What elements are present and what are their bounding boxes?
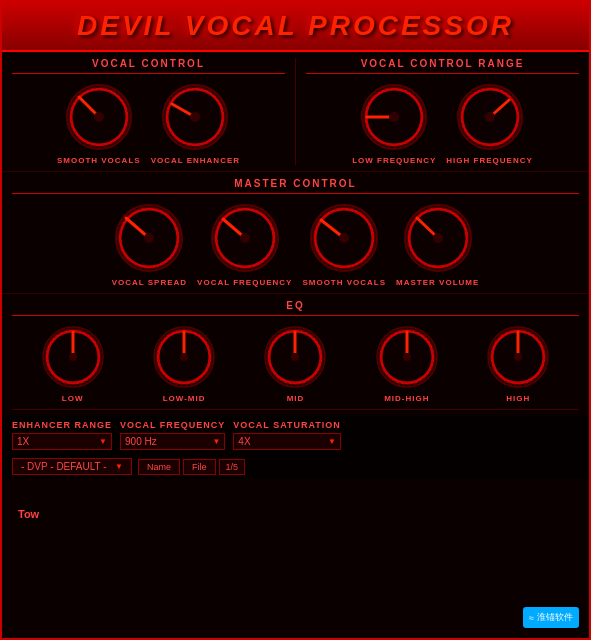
high-frequency-group: HIGH FREQUENCY xyxy=(446,82,532,165)
vocal-frequency-mc-label: VOCAL FREQUENCY xyxy=(197,278,292,287)
vocal-spread-label: VOCAL SPREAD xyxy=(112,278,187,287)
svg-point-4 xyxy=(94,112,104,122)
svg-point-29 xyxy=(240,233,250,243)
vocal-saturation-value: 4X xyxy=(238,436,250,447)
vocal-frequency-value: 900 Hz xyxy=(125,436,157,447)
eq-mid-knob[interactable] xyxy=(262,324,328,390)
master-volume-knob[interactable] xyxy=(402,202,474,274)
top-sections: VOCAL CONTROL SMOOTH VOCALS xyxy=(2,52,589,165)
svg-point-24 xyxy=(144,233,154,243)
enhancer-range-label: ENHANCER RANGE xyxy=(12,420,112,430)
eq-knobs-row: LOW LOW-MID xyxy=(12,324,579,403)
smooth-vocals-1-group: SMOOTH VOCALS xyxy=(57,82,141,165)
eq-mid-high-knob[interactable] xyxy=(374,324,440,390)
high-frequency-label: HIGH FREQUENCY xyxy=(446,156,532,165)
master-volume-group: MASTER VOLUME xyxy=(396,202,479,287)
vocal-control-knobs: SMOOTH VOCALS VOCAL ENHANCER xyxy=(12,82,285,165)
vocal-spread-knob[interactable] xyxy=(113,202,185,274)
vocal-enhancer-label: VOCAL ENHANCER xyxy=(151,156,240,165)
title-bar: DEVIL VOCAL PROCESSOR xyxy=(2,2,589,52)
watermark: ≈ 淮锚软件 xyxy=(523,607,579,628)
eq-low-label: LOW xyxy=(62,394,84,403)
eq-high-group: HIGH xyxy=(485,324,551,403)
master-volume-label: MASTER VOLUME xyxy=(396,278,479,287)
svg-point-14 xyxy=(389,112,399,122)
preset-dropdown[interactable]: - DVP - DEFAULT - ▼ xyxy=(12,458,132,475)
svg-point-49 xyxy=(180,353,188,361)
enhancer-range-arrow: ▼ xyxy=(99,437,107,446)
svg-point-44 xyxy=(69,353,77,361)
vocal-frequency-bottom-group: VOCAL FREQUENCY 900 Hz ▼ xyxy=(120,420,225,450)
smooth-vocals-2-knob[interactable] xyxy=(308,202,380,274)
master-control-label: MASTER CONTROL xyxy=(12,178,579,189)
eq-mid-label: MID xyxy=(287,394,305,403)
preset-buttons: Name File 1/5 xyxy=(138,459,245,475)
eq-high-knob[interactable] xyxy=(485,324,551,390)
low-frequency-knob[interactable] xyxy=(359,82,429,152)
master-control-knobs: VOCAL SPREAD VOCAL FREQUENCY xyxy=(12,202,579,287)
eq-mid-group: MID xyxy=(262,324,328,403)
eq-low-knob[interactable] xyxy=(40,324,106,390)
watermark-text: 淮锚软件 xyxy=(537,611,573,624)
eq-mid-high-label: MID-HIGH xyxy=(384,394,429,403)
eq-low-group: LOW xyxy=(40,324,106,403)
eq-low-mid-knob[interactable] xyxy=(151,324,217,390)
vocal-frequency-mc-group: VOCAL FREQUENCY xyxy=(197,202,292,287)
low-frequency-group: LOW FREQUENCY xyxy=(352,82,436,165)
svg-point-9 xyxy=(190,112,200,122)
smooth-vocals-2-group: SMOOTH VOCALS xyxy=(302,202,386,287)
vocal-control-section: VOCAL CONTROL SMOOTH VOCALS xyxy=(12,58,296,165)
bottom-controls: ENHANCER RANGE 1X ▼ VOCAL FREQUENCY 900 … xyxy=(2,416,589,454)
preset-name-button[interactable]: Name xyxy=(138,459,180,475)
vocal-control-label: VOCAL CONTROL xyxy=(12,58,285,69)
high-frequency-knob[interactable] xyxy=(455,82,525,152)
vocal-saturation-dropdown[interactable]: 4X ▼ xyxy=(233,433,341,450)
master-control-section: MASTER CONTROL VOCAL SPREAD xyxy=(2,171,589,287)
eq-low-mid-label: LOW-MID xyxy=(163,394,206,403)
smooth-vocals-2-label: SMOOTH VOCALS xyxy=(302,278,386,287)
vocal-saturation-label: VOCAL SATURATION xyxy=(233,420,341,430)
svg-point-39 xyxy=(433,233,443,243)
eq-label: EQ xyxy=(12,300,579,311)
svg-point-19 xyxy=(485,112,495,122)
watermark-symbol: ≈ xyxy=(529,613,534,623)
eq-low-mid-group: LOW-MID xyxy=(151,324,217,403)
low-frequency-label: LOW FREQUENCY xyxy=(352,156,436,165)
svg-point-59 xyxy=(403,353,411,361)
vocal-frequency-bottom-label: VOCAL FREQUENCY xyxy=(120,420,225,430)
vocal-control-range-label: VOCAL CONTROL RANGE xyxy=(306,58,579,69)
smooth-vocals-1-knob[interactable] xyxy=(64,82,134,152)
vocal-frequency-dropdown[interactable]: 900 Hz ▼ xyxy=(120,433,225,450)
smooth-vocals-1-label: SMOOTH VOCALS xyxy=(57,156,141,165)
tow-label: Tow xyxy=(18,508,39,520)
plugin-container: DEVIL VOCAL PROCESSOR VOCAL CONTROL xyxy=(0,0,591,640)
vocal-saturation-arrow: ▼ xyxy=(328,437,336,446)
enhancer-range-group: ENHANCER RANGE 1X ▼ xyxy=(12,420,112,450)
preset-arrow: ▼ xyxy=(115,462,123,471)
eq-section: EQ LOW xyxy=(2,293,589,403)
vocal-enhancer-knob[interactable] xyxy=(160,82,230,152)
vocal-frequency-arrow: ▼ xyxy=(212,437,220,446)
svg-point-34 xyxy=(339,233,349,243)
vocal-control-range-knobs: LOW FREQUENCY HIGH FREQUENCY xyxy=(306,82,579,165)
eq-high-label: HIGH xyxy=(506,394,530,403)
enhancer-range-value: 1X xyxy=(17,436,29,447)
preset-value: - DVP - DEFAULT - xyxy=(21,461,107,472)
vocal-spread-group: VOCAL SPREAD xyxy=(112,202,187,287)
enhancer-range-dropdown[interactable]: 1X ▼ xyxy=(12,433,112,450)
preset-page: 1/5 xyxy=(219,459,246,475)
vocal-control-range-section: VOCAL CONTROL RANGE LOW FREQUENCY xyxy=(296,58,579,165)
plugin-title: DEVIL VOCAL PROCESSOR xyxy=(77,10,514,41)
vocal-enhancer-group: VOCAL ENHANCER xyxy=(151,82,240,165)
eq-mid-high-group: MID-HIGH xyxy=(374,324,440,403)
svg-point-64 xyxy=(514,353,522,361)
preset-file-button[interactable]: File xyxy=(183,459,216,475)
svg-point-54 xyxy=(291,353,299,361)
vocal-saturation-group: VOCAL SATURATION 4X ▼ xyxy=(233,420,341,450)
vocal-frequency-mc-knob[interactable] xyxy=(209,202,281,274)
preset-row: - DVP - DEFAULT - ▼ Name File 1/5 xyxy=(2,454,589,479)
